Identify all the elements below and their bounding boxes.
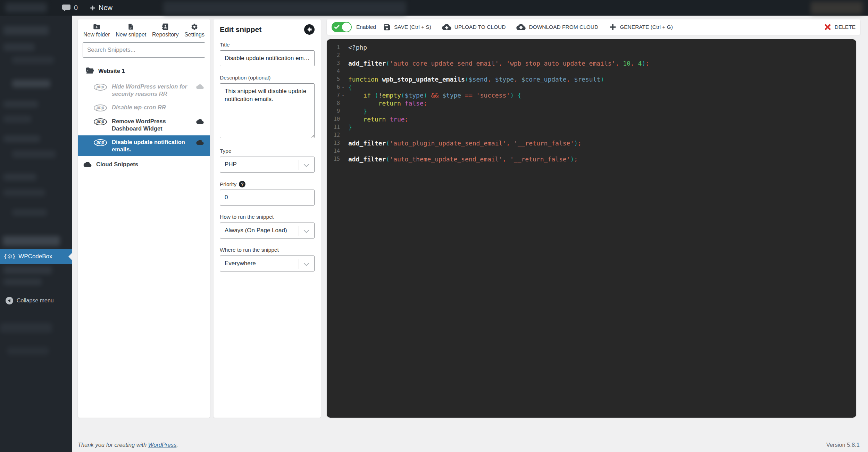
cloud-snippets-item[interactable]: Cloud Snippets xyxy=(78,158,210,171)
search-box xyxy=(83,42,205,58)
code-gutter: 123456▾7▾89101112131415 xyxy=(327,39,345,418)
plus-icon xyxy=(609,23,617,31)
folder-label: Website 1 xyxy=(98,68,125,74)
collapse-arrow-icon xyxy=(6,297,13,304)
delete-x-icon xyxy=(824,23,832,31)
redacted-menu-item xyxy=(3,101,38,108)
new-button-label: New xyxy=(99,4,112,12)
settings-label: Settings xyxy=(184,32,205,38)
code-line[interactable]: add_filter('auto_plugin_update_send_emai… xyxy=(348,139,856,147)
upload-to-cloud-button[interactable]: UPLOAD TO CLOUD xyxy=(442,23,506,31)
code-line[interactable] xyxy=(348,67,856,75)
fold-icon[interactable]: ▾ xyxy=(342,83,344,91)
search-input[interactable] xyxy=(83,42,205,58)
address-book-icon xyxy=(161,23,169,31)
save-button[interactable]: SAVE (Ctrl + S) xyxy=(383,23,431,31)
snippet-item[interactable]: php Disable wp-cron RR xyxy=(78,101,210,115)
settings-button[interactable]: Settings xyxy=(184,23,205,38)
snippets-panel: New folder New snippet Repository Sett xyxy=(78,19,210,418)
line-number: 15 xyxy=(327,155,340,163)
code-line[interactable]: return false; xyxy=(348,99,856,107)
description-textarea[interactable]: This snippet will disable update notific… xyxy=(220,83,315,138)
delete-button[interactable]: DELETE xyxy=(824,23,856,31)
code-line[interactable]: <?php xyxy=(348,43,856,51)
code-line[interactable] xyxy=(348,147,856,155)
redacted-site-name xyxy=(5,3,47,12)
comment-bubble-icon xyxy=(62,4,71,12)
generate-label: GENERATE (Ctrl + G) xyxy=(620,24,673,30)
php-badge: php xyxy=(94,84,107,91)
thanks-text: Thank you for creating with xyxy=(78,442,148,448)
line-number: 7▾ xyxy=(327,91,340,99)
cloud-icon xyxy=(196,119,204,124)
sidebar-item-wpcodebox[interactable]: { } WPCodeBox xyxy=(0,249,72,264)
download-from-cloud-button[interactable]: DOWNLOAD FROM CLOUD xyxy=(516,23,598,31)
wordpress-link[interactable]: WordPress xyxy=(148,442,177,448)
generate-button[interactable]: GENERATE (Ctrl + G) xyxy=(609,23,673,31)
code-line[interactable]: add_filter('auto_theme_update_send_email… xyxy=(348,155,856,163)
footer-thanks: Thank you for creating with WordPress. xyxy=(78,442,178,448)
line-number: 9 xyxy=(327,107,340,115)
open-folder-icon xyxy=(86,67,94,74)
save-icon xyxy=(383,23,391,31)
gear-icon xyxy=(191,23,198,31)
description-label: Description (optional) xyxy=(220,75,315,81)
admin-bar: 0 New xyxy=(0,0,868,16)
title-label: Title xyxy=(220,42,315,48)
line-number: 5 xyxy=(327,75,340,83)
code-editor[interactable]: 123456▾7▾89101112131415 <?php add_filter… xyxy=(327,39,856,418)
new-folder-button[interactable]: New folder xyxy=(83,23,110,38)
snippet-list: php Hide WordPress version for security … xyxy=(78,80,210,156)
editor-toolbar: Enabled SAVE (Ctrl + S) UPLOAD TO CLOUD … xyxy=(327,19,860,35)
code-line[interactable]: return true; xyxy=(348,115,856,123)
title-input[interactable] xyxy=(220,50,315,66)
snippet-item[interactable]: php Remove WordPress Dashboard Widget xyxy=(78,115,210,135)
fold-icon[interactable]: ▾ xyxy=(342,91,344,99)
redacted-menu-item xyxy=(3,116,31,123)
new-button[interactable]: New xyxy=(90,0,112,16)
snippet-item-selected[interactable]: php Disable update notification emails. xyxy=(78,135,210,156)
how-to-run-value: Always (On Page Load) xyxy=(225,227,287,234)
code-line[interactable] xyxy=(348,51,856,59)
folder-website-1[interactable]: Website 1 xyxy=(78,67,210,74)
snippet-item[interactable]: php Hide WordPress version for security … xyxy=(78,80,210,101)
help-icon[interactable]: ? xyxy=(239,181,245,187)
check-icon xyxy=(334,24,340,30)
code-line[interactable]: } xyxy=(348,107,856,115)
redacted-menu-item xyxy=(3,189,45,196)
plus-icon xyxy=(90,5,96,11)
enabled-toggle[interactable] xyxy=(332,22,352,32)
code-line[interactable]: add_filter('auto_core_update_send_email'… xyxy=(348,59,856,67)
code-line[interactable]: { xyxy=(348,83,856,91)
redacted-menu-item xyxy=(3,43,35,51)
code-line[interactable]: if (!empty($type) && $type == 'success')… xyxy=(348,91,856,99)
code-line[interactable]: } xyxy=(348,123,856,131)
redacted-menu-item xyxy=(12,80,50,87)
back-button[interactable] xyxy=(304,24,315,35)
line-number: 10 xyxy=(327,115,340,123)
redacted-menu-item xyxy=(3,174,36,181)
where-to-run-select[interactable]: Everywhere xyxy=(220,256,315,271)
priority-input[interactable] xyxy=(220,190,315,206)
enabled-label: Enabled xyxy=(356,24,376,30)
comments-button[interactable]: 0 xyxy=(62,0,78,16)
wpcodebox-icon: { } xyxy=(4,253,15,260)
redacted-menu-item xyxy=(3,278,42,285)
line-number: 3 xyxy=(327,59,340,67)
new-snippet-button[interactable]: New snippet xyxy=(116,23,146,38)
code-line[interactable] xyxy=(348,131,856,139)
how-to-run-select[interactable]: Always (On Page Load) xyxy=(220,223,315,238)
snippet-label: Disable wp-cron RR xyxy=(112,104,193,111)
type-select[interactable]: PHP xyxy=(220,157,315,173)
code-lines[interactable]: <?php add_filter('auto_core_update_send_… xyxy=(345,39,856,418)
priority-label-row: Priority ? xyxy=(220,181,315,187)
collapse-menu-button[interactable]: Collapse menu xyxy=(0,295,72,306)
repository-button[interactable]: Repository xyxy=(152,23,178,38)
cloud-snippets-label: Cloud Snippets xyxy=(96,161,138,168)
upload-label: UPLOAD TO CLOUD xyxy=(454,24,506,30)
chevron-down-icon xyxy=(304,261,309,266)
edit-snippet-panel: Edit snippet Title Description (optional… xyxy=(214,19,321,418)
cloud-download-icon xyxy=(516,23,526,31)
code-line[interactable]: function wpb_stop_update_emails($send, $… xyxy=(348,75,856,83)
how-to-run-label: How to run the snippet xyxy=(220,214,315,220)
